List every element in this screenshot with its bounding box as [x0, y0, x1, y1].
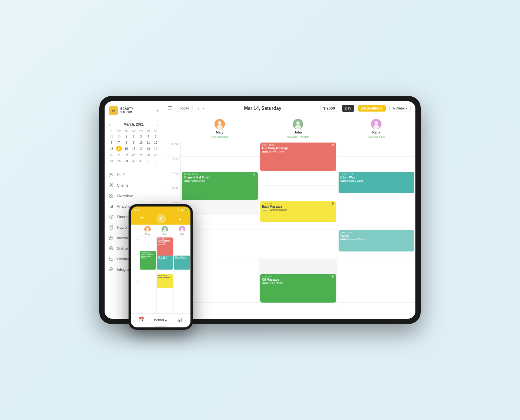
mini-calendar: ‹ March, 2021 › su mo tu we th fr sa 29: [105, 119, 163, 167]
cal-day[interactable]: 22: [123, 152, 129, 158]
svg-text:$: $: [111, 216, 112, 218]
time-slot: 10 30: [163, 186, 180, 200]
staff-name-mary: Mary: [216, 131, 223, 134]
cal-day[interactable]: 15: [123, 146, 129, 152]
avatar-katia: [371, 119, 382, 129]
day-label-th: th: [138, 129, 145, 133]
cal-day[interactable]: 3: [138, 133, 144, 139]
day-label-su: su: [108, 129, 115, 133]
svg-point-39: [181, 228, 183, 230]
cal-day-today[interactable]: 14: [116, 146, 122, 152]
svg-rect-20: [110, 257, 113, 261]
cal-day[interactable]: 9: [131, 140, 136, 145]
cal-day[interactable]: 7: [116, 140, 122, 145]
cal-day[interactable]: 6: [109, 140, 115, 145]
phone-staff-header: Mary John Katia: [131, 225, 190, 237]
time-slot: 10 am: [163, 171, 180, 186]
sidebar-item-clients[interactable]: Clients: [105, 180, 163, 190]
cal-day[interactable]: 24: [138, 152, 144, 158]
sidebar-item-label: Loyalty: [117, 257, 129, 261]
week-view-button[interactable]: A Week ▾: [389, 105, 411, 112]
schedule-john[interactable]: ⏱ 9:00 - 11:00 Full Body Massage newDavi…: [259, 142, 337, 319]
avatar-mary: [214, 119, 225, 129]
cal-day[interactable]: 30: [116, 133, 122, 139]
appointment-bikini-wax[interactable]: 11:00 - 12:30 Bikini Wax newPatricia Whi…: [339, 172, 414, 193]
cal-day[interactable]: 20: [109, 152, 115, 158]
cal-day[interactable]: 2: [131, 133, 136, 139]
phone-home-bar: [131, 326, 190, 327]
prev-day-button[interactable]: ‹: [196, 105, 200, 112]
day-view-button[interactable]: Day: [342, 105, 354, 112]
sidebar-item-overview[interactable]: Overview: [105, 190, 163, 201]
cal-day[interactable]: 27: [109, 158, 115, 164]
cal-day[interactable]: 11: [145, 140, 151, 145]
cal-day[interactable]: 18: [145, 146, 151, 152]
positions-button[interactable]: All positions: [358, 105, 386, 112]
cal-day[interactable]: 4: [145, 133, 151, 139]
overview-icon: [109, 193, 114, 198]
cal-day[interactable]: 21: [116, 152, 122, 158]
integration-icon: [109, 267, 114, 272]
next-day-button[interactable]: ›: [201, 105, 205, 112]
next-month-button[interactable]: ›: [157, 122, 159, 127]
svg-rect-22: [112, 269, 113, 271]
appointment-back-massage[interactable]: ⏱ 1:00 - 2:30 Back Massage newJames Will…: [260, 201, 336, 222]
sidebar-item-staff[interactable]: Staff: [105, 169, 163, 180]
time-slot: 09 30: [163, 157, 180, 171]
brand-header[interactable]: ✂ BEAUTY STUDIO ▾: [105, 101, 163, 119]
svg-point-24: [218, 121, 221, 125]
staff-role-katia: Cosmetologist: [368, 135, 384, 138]
staff-name-john: John: [294, 131, 302, 134]
svg-point-31: [373, 125, 379, 129]
appointment-full-body-massage[interactable]: ⏱ 9:00 - 11:00 Full Body Massage newDavi…: [260, 143, 336, 171]
cal-day[interactable]: 10: [138, 140, 144, 145]
phone-menu-icon[interactable]: ☰: [140, 216, 144, 221]
staff-name-katia: Katia: [372, 131, 380, 134]
cal-day[interactable]: 2: [153, 158, 159, 164]
phone-screen: 9:41 ▪▪▪ ☁ 🔋 ☰ ⏸ ≡ Mary: [131, 206, 190, 327]
cal-day[interactable]: 30: [131, 158, 136, 164]
phone-month-label[interactable]: MARCH ▲: [154, 318, 167, 321]
brand-logo: ✂: [109, 106, 118, 115]
phone-play-button[interactable]: ⏸: [157, 214, 166, 223]
svg-rect-7: [110, 206, 110, 208]
svg-rect-4: [112, 194, 113, 195]
cal-day[interactable]: 1: [123, 133, 129, 139]
cal-day[interactable]: 19: [153, 146, 159, 152]
calendar-month-label: March, 2021: [124, 122, 144, 126]
cal-day[interactable]: 1: [145, 158, 151, 164]
phone-calendar-icon[interactable]: 📅: [139, 317, 145, 322]
cal-day[interactable]: 16: [131, 146, 136, 152]
cal-day[interactable]: 5: [153, 133, 159, 139]
prev-month-button[interactable]: ‹: [108, 122, 111, 127]
menu-icon[interactable]: ☰: [168, 105, 172, 112]
cal-day[interactable]: 8: [123, 140, 129, 145]
cal-day[interactable]: 25: [145, 152, 151, 158]
day-label-tu: tu: [123, 129, 130, 133]
cal-day[interactable]: 13: [109, 146, 115, 152]
cal-day[interactable]: 29: [109, 133, 115, 139]
cal-day[interactable]: 26: [153, 152, 159, 158]
cal-day[interactable]: 31: [138, 158, 144, 164]
cal-day[interactable]: 23: [131, 152, 136, 158]
today-button[interactable]: Today: [176, 105, 193, 112]
phone-filter-icon[interactable]: ≡: [179, 216, 181, 221]
svg-rect-3: [110, 194, 111, 195]
appointment-oil-massage[interactable]: ⏱ 6:00 - 8:00 Oil Massage newAnna Martin: [260, 274, 336, 303]
phone-stats-icon[interactable]: 📊: [177, 317, 183, 322]
appointment-shape-gel[interactable]: ⏱ 10:00 - 12:00 Shape & Gel Polish newHe…: [182, 172, 258, 200]
staff-column-john: John Massage Therapist: [259, 118, 337, 139]
cal-day[interactable]: 28: [116, 158, 122, 164]
day-label-sa: sa: [152, 129, 159, 133]
cal-day[interactable]: 29: [123, 158, 129, 164]
loyalty-icon: [109, 256, 114, 261]
staff-role-mary: Nail Specialist: [212, 135, 228, 138]
appointment-facial[interactable]: 3:00 - 4:30 Facial newSusanne Baker: [339, 230, 414, 251]
cal-day[interactable]: 17: [138, 146, 144, 152]
phone-status-bar: 9:41 ▪▪▪ ☁ 🔋: [131, 206, 190, 213]
svg-point-36: [164, 228, 166, 230]
schedule-body: 09 am 09 30 10 am 10 30 11 am 11 30 12 p…: [163, 142, 415, 319]
schedule-katia[interactable]: 11:00 - 12:30 Bikini Wax newPatricia Whi…: [337, 142, 415, 319]
cal-day[interactable]: 12: [153, 140, 159, 145]
sidebar-item-label: Overview: [117, 194, 133, 198]
